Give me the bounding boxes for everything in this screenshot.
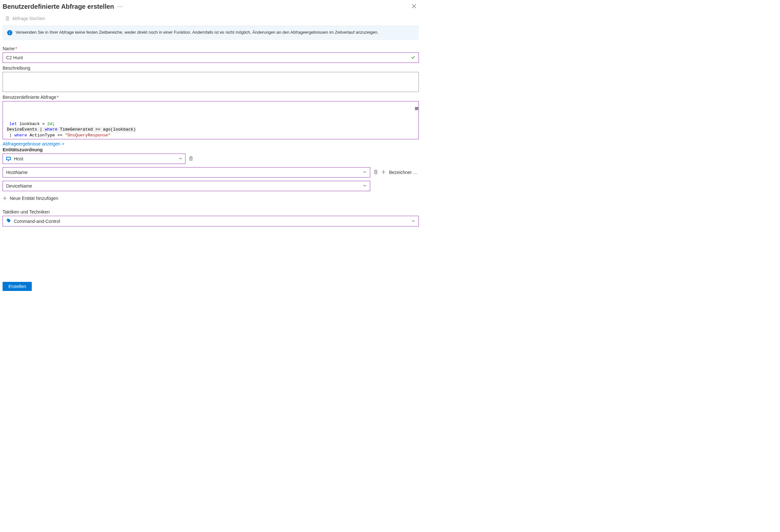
name-label: Name* xyxy=(3,46,419,51)
trash-icon xyxy=(5,16,10,21)
trash-icon xyxy=(189,156,193,161)
scrollbar-thumb[interactable] xyxy=(415,107,418,110)
description-label: Beschreibung xyxy=(3,65,419,71)
svg-rect-1 xyxy=(9,33,10,34)
host-icon xyxy=(5,156,11,162)
trash-icon xyxy=(374,169,378,175)
tactics-select[interactable]: Command-and-Control xyxy=(3,216,419,226)
tactics-label: Taktiken und Techniken xyxy=(3,209,419,214)
entity-type-value: Host xyxy=(14,156,177,161)
chevron-down-icon xyxy=(363,183,367,189)
add-identifier-label: Bezeichner hi... xyxy=(389,170,419,175)
plus-icon xyxy=(381,170,386,174)
info-icon xyxy=(7,30,12,36)
info-banner-text: Verwenden Sie in Ihrer Abfrage keine fes… xyxy=(15,30,378,35)
close-button[interactable] xyxy=(409,2,419,11)
entity-mapping-label: Entitätszuordnung xyxy=(3,147,419,152)
svg-rect-5 xyxy=(8,160,9,161)
close-icon xyxy=(412,4,416,8)
view-query-results-link[interactable]: Abfrageergebnisse anzeigen > xyxy=(3,141,419,147)
svg-point-2 xyxy=(9,31,10,32)
column-value: DeviceName xyxy=(6,183,361,189)
delete-query-button: Abfrage löschen xyxy=(3,13,419,26)
page-title: Benutzerdefinierte Abfrage erstellen xyxy=(3,3,114,10)
delete-query-label: Abfrage löschen xyxy=(12,16,45,21)
add-entity-button[interactable]: Neue Entität hinzufügen xyxy=(3,196,419,201)
info-banner: Verwenden Sie in Ihrer Abfrage keine fes… xyxy=(3,26,419,40)
chevron-down-icon xyxy=(179,156,183,161)
query-editor[interactable]: let lookback = 2d;DeviceEvents | where T… xyxy=(3,101,419,139)
svg-rect-4 xyxy=(7,157,10,159)
name-input[interactable]: C2 Hunt xyxy=(3,52,419,63)
name-input-value: C2 Hunt xyxy=(6,55,411,60)
more-button[interactable]: ··· xyxy=(117,3,123,10)
tactics-value: Command-and-Control xyxy=(14,219,409,224)
delete-identifier-button[interactable] xyxy=(374,169,378,176)
entity-type-select[interactable]: Host xyxy=(3,154,186,164)
identifier-value: HostName xyxy=(6,170,361,175)
tactic-tag-icon xyxy=(6,218,11,224)
description-input[interactable] xyxy=(3,72,419,92)
svg-point-6 xyxy=(7,219,8,220)
plus-icon xyxy=(3,196,7,201)
delete-entity-button[interactable] xyxy=(189,156,193,162)
column-select[interactable]: DeviceName xyxy=(3,181,370,191)
chevron-down-icon xyxy=(363,170,367,175)
query-label: Benutzerdefinierte Abfrage* xyxy=(3,95,419,100)
add-identifier-button[interactable] xyxy=(381,170,386,175)
chevron-down-icon xyxy=(411,219,415,224)
create-button[interactable]: Erstellen xyxy=(3,282,32,291)
add-entity-label: Neue Entität hinzufügen xyxy=(10,196,58,201)
scrollbar[interactable] xyxy=(414,102,418,139)
identifier-select[interactable]: HostName xyxy=(3,167,370,177)
validation-check-icon xyxy=(411,55,415,61)
